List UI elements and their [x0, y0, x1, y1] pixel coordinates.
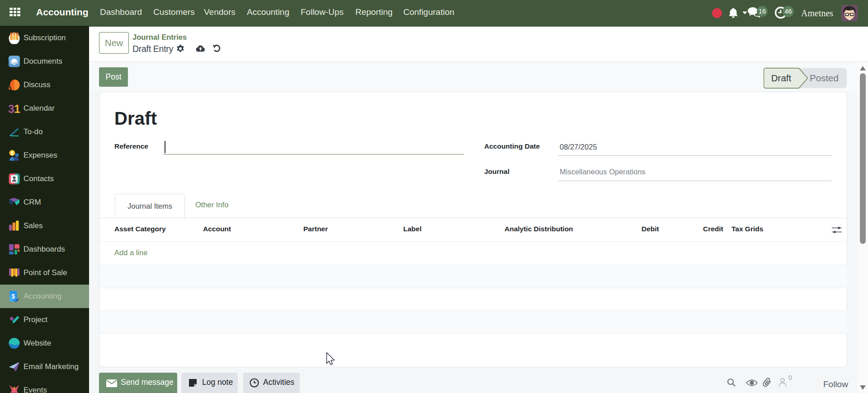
svg-text:$: $ — [12, 293, 15, 300]
svg-text:Posted: Posted — [810, 73, 839, 83]
svg-text:Draft: Draft — [771, 73, 792, 83]
svg-text:$: $ — [11, 151, 14, 156]
